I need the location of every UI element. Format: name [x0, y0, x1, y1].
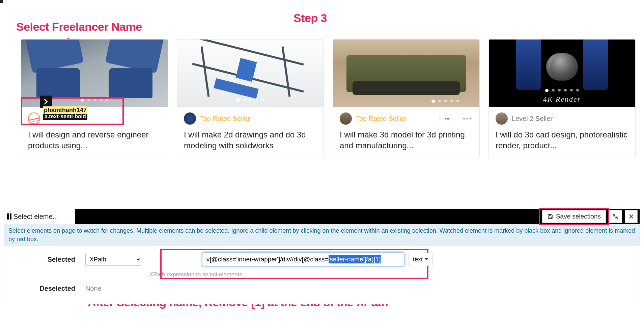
- caret-down-icon: [425, 258, 428, 260]
- selected-label: Selected: [11, 256, 85, 263]
- carousel-dots[interactable]: [236, 98, 264, 102]
- selector-controls: Selected XPath v[@class='inner-wrapper']…: [4, 246, 640, 304]
- gig-title[interactable]: I will make 2d drawings and do 3d modeli…: [184, 129, 317, 151]
- seller-avatar[interactable]: [184, 112, 196, 125]
- seller-row: Top Rated Seller ■■■ •••: [340, 112, 473, 125]
- gig-thumbnail[interactable]: 4K Render: [489, 40, 635, 107]
- corner-mark: [0, 0, 3, 3]
- carousel-dots[interactable]: [545, 89, 579, 92]
- panel-toolbar: Select eleme… Save selections: [4, 209, 640, 224]
- deselected-label: Deselected: [11, 285, 85, 292]
- xpath-value-prefix: v[@class='inner-wrapper']/div//div[@clas…: [206, 256, 329, 263]
- render-label: 4K Render: [543, 95, 581, 104]
- selected-element-overlay: phamthanh147 a.text-semi-bold: [43, 107, 87, 120]
- annotation-step3: Step 3: [293, 11, 327, 25]
- close-icon: [628, 214, 634, 219]
- selected-seller-name: phamthanh147: [43, 106, 87, 114]
- seller-avatar[interactable]: [340, 112, 352, 125]
- seller-avatar[interactable]: [496, 112, 508, 125]
- gig-thumbnail[interactable]: [177, 40, 324, 107]
- gig-title[interactable]: I will do 3d cad design, photorealistic …: [496, 129, 628, 151]
- output-type-dropdown[interactable]: text: [409, 253, 432, 266]
- save-button-label: Save selections: [556, 213, 601, 220]
- select-mode-toggle[interactable]: Select eleme…: [4, 209, 75, 224]
- gig-title[interactable]: I will make 3d model for 3d printing and…: [340, 129, 473, 151]
- xpath-hint: XPath expression to select elements: [149, 271, 633, 278]
- selector-type-dropdown[interactable]: XPath: [85, 253, 141, 266]
- seller-level-label: Level 2 Seller: [512, 115, 553, 123]
- select-mode-label: Select eleme…: [13, 213, 59, 221]
- more-icon[interactable]: •••: [463, 114, 473, 123]
- gig-card[interactable]: Top Rated Seller ■■■ ••• I will make 3d …: [333, 39, 480, 158]
- gig-card[interactable]: Top Rated Seller I will make 2d drawings…: [177, 39, 324, 158]
- gig-thumbnail[interactable]: [333, 40, 479, 107]
- gig-card[interactable]: 4K Render Level 2 Seller I will do 3d ca…: [488, 39, 636, 158]
- xpath-value-highlight: 'seller-name']/a)[1]: [329, 255, 381, 263]
- seller-row: Top Rated Seller: [184, 112, 317, 125]
- seller-level-label: Top Rated Seller: [356, 115, 406, 123]
- selected-element-class-tooltip: a.text-semi-bold: [43, 113, 87, 120]
- save-icon: [547, 213, 553, 220]
- deselected-value: None: [85, 285, 102, 292]
- close-button[interactable]: [625, 210, 638, 223]
- chevron-right-icon: [44, 99, 48, 105]
- output-type-label: text: [413, 256, 423, 263]
- selection-next-arrow-button[interactable]: [40, 96, 52, 108]
- pause-icon: [7, 213, 11, 220]
- gig-title[interactable]: I will design and reverse engineer produ…: [28, 129, 161, 151]
- info-message: Select elements on page to watch for cha…: [4, 224, 640, 246]
- compress-icon: [612, 213, 618, 220]
- seller-row: Level 2 Seller: [496, 112, 628, 125]
- seller-badge-logo: ■■■: [439, 115, 455, 122]
- minimize-button[interactable]: [609, 210, 622, 223]
- seller-level-label: Top Rated Seller: [200, 115, 250, 123]
- annotation-select-freelancer: Select Freelancer Name: [16, 20, 142, 33]
- element-selector-panel: Select eleme… Save selections Select ele…: [4, 209, 640, 304]
- xpath-input[interactable]: v[@class='inner-wrapper']/div//div[@clas…: [202, 252, 404, 266]
- save-selections-button[interactable]: Save selections: [542, 210, 606, 223]
- carousel-dots[interactable]: [431, 100, 459, 103]
